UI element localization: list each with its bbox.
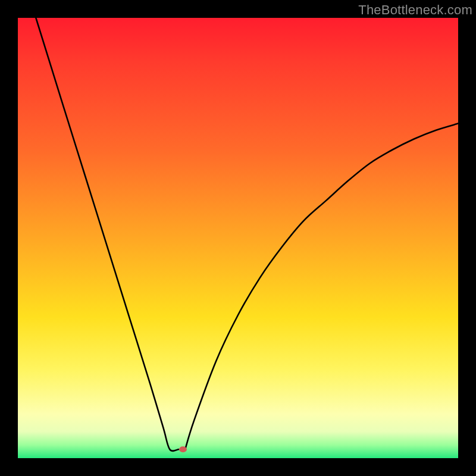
watermark-text: TheBottleneck.com (358, 2, 472, 18)
left-branch-line (36, 18, 178, 451)
right-branch-line (185, 124, 458, 450)
chart-stage: TheBottleneck.com (0, 0, 476, 476)
plot-area (18, 18, 458, 458)
chart-svg (18, 18, 458, 458)
bottleneck-marker (179, 446, 187, 452)
